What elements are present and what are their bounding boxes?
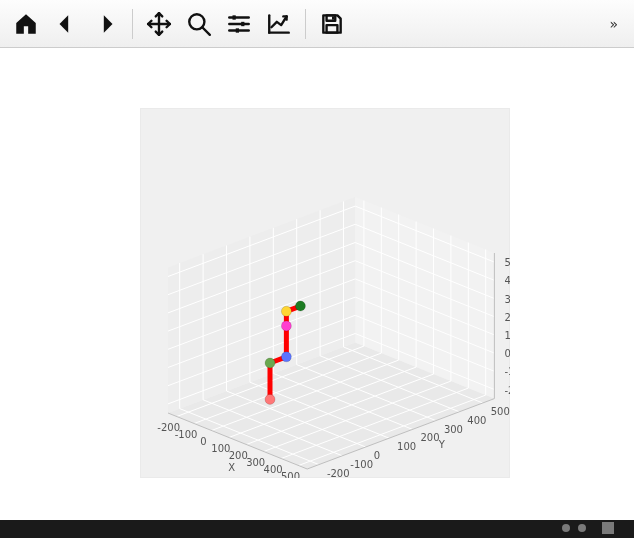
forward-button[interactable] (86, 4, 126, 44)
toolbar-separator (305, 9, 306, 39)
forward-icon (93, 11, 119, 37)
save-button[interactable] (312, 4, 352, 44)
svg-text:200: 200 (504, 312, 510, 323)
svg-rect-10 (332, 16, 334, 19)
save-icon (319, 11, 345, 37)
joint-marker (265, 358, 275, 368)
home-button[interactable] (6, 4, 46, 44)
sliders-icon (226, 11, 252, 37)
svg-text:-100: -100 (175, 429, 198, 440)
svg-text:100: 100 (397, 441, 416, 452)
svg-text:-100: -100 (350, 459, 373, 470)
zoom-button[interactable] (179, 4, 219, 44)
joint-marker (281, 321, 291, 331)
axes-button[interactable] (259, 4, 299, 44)
svg-text:200: 200 (229, 450, 248, 461)
svg-text:400: 400 (504, 275, 510, 286)
svg-line-1 (202, 27, 210, 35)
svg-text:500: 500 (504, 257, 510, 268)
svg-rect-7 (236, 28, 239, 32)
svg-text:-200: -200 (327, 468, 350, 478)
figure-canvas[interactable]: -200-1000100200300400500-200-10001002003… (0, 48, 634, 538)
svg-text:500: 500 (281, 471, 300, 479)
svg-text:400: 400 (264, 464, 283, 475)
svg-text:Y: Y (438, 439, 446, 450)
toolbar-overflow[interactable]: » (603, 12, 624, 36)
svg-text:400: 400 (467, 415, 486, 426)
zoom-icon (186, 11, 212, 37)
axes-edit-icon (266, 11, 292, 37)
matplotlib-toolbar: » (0, 0, 634, 48)
svg-text:X: X (228, 462, 235, 473)
joint-marker (281, 352, 291, 362)
svg-text:300: 300 (444, 424, 463, 435)
svg-text:100: 100 (211, 443, 230, 454)
svg-text:-100: -100 (504, 366, 510, 377)
svg-text:-200: -200 (504, 385, 510, 396)
toolbar-separator (132, 9, 133, 39)
svg-text:300: 300 (504, 294, 510, 305)
svg-text:0: 0 (504, 348, 510, 359)
svg-rect-9 (327, 25, 338, 33)
svg-text:300: 300 (246, 457, 265, 468)
svg-text:0: 0 (200, 436, 206, 447)
back-icon (53, 11, 79, 37)
pan-button[interactable] (139, 4, 179, 44)
svg-text:100: 100 (504, 330, 510, 341)
joint-marker (281, 306, 291, 316)
axes3d-svg: -200-1000100200300400500-200-10001002003… (140, 108, 510, 478)
svg-rect-6 (241, 21, 244, 25)
svg-rect-5 (233, 15, 236, 19)
subplots-button[interactable] (219, 4, 259, 44)
joint-marker (295, 301, 305, 311)
window-footer (0, 520, 634, 538)
move-icon (146, 11, 172, 37)
svg-text:200: 200 (421, 432, 440, 443)
home-icon (13, 11, 39, 37)
svg-text:0: 0 (374, 450, 380, 461)
axes3d[interactable]: -200-1000100200300400500-200-10001002003… (140, 108, 510, 478)
svg-text:500: 500 (491, 406, 510, 417)
back-button[interactable] (46, 4, 86, 44)
joint-marker (265, 394, 275, 404)
